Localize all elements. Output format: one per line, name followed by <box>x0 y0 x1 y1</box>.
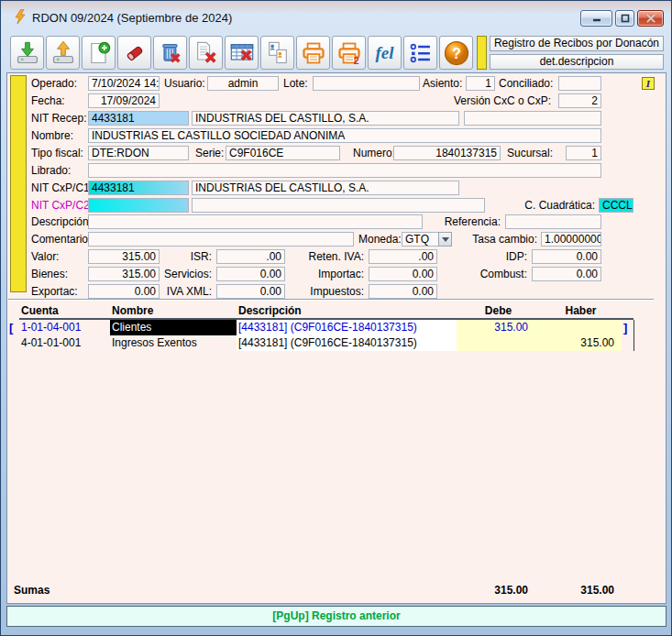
cell-descripcion-row0[interactable]: [4433181] (C9F016CE-1840137315) <box>237 320 457 335</box>
iva-xml-field[interactable]: 0.00 <box>216 284 285 299</box>
label-fecha: Fecha: <box>31 94 65 107</box>
cell-descripcion-row1[interactable]: [4433181] (C9F016CE-1840137315) <box>237 335 457 351</box>
fecha-field[interactable]: 17/09/2024 <box>88 93 160 108</box>
conciliado-field[interactable] <box>558 76 601 91</box>
help-button[interactable]: ? <box>439 36 473 70</box>
importac-field[interactable]: 0.00 <box>369 267 437 281</box>
label-idp: IDP: <box>457 250 527 263</box>
moneda-select[interactable]: GTQ <box>402 232 439 247</box>
new-document-icon <box>86 40 112 66</box>
descripcion-field[interactable] <box>88 214 423 229</box>
info-button[interactable]: I <box>642 77 655 90</box>
idp-field[interactable]: 0.00 <box>532 249 601 264</box>
restore-button[interactable] <box>615 10 634 27</box>
delete-record-button[interactable] <box>153 36 187 70</box>
label-nit-recep: NIT Recep: <box>31 112 86 125</box>
nit-recep-field[interactable]: 4433181 <box>88 111 189 126</box>
referencia-field[interactable] <box>505 214 601 229</box>
import-button[interactable] <box>10 36 44 70</box>
close-button[interactable] <box>637 10 664 27</box>
nit-recep-extra-field[interactable] <box>464 111 601 126</box>
header-cuenta: Cuenta <box>19 304 110 320</box>
cell-nombre-row0-selected[interactable]: Clientes <box>110 320 237 335</box>
comentario-field[interactable] <box>88 232 354 247</box>
lote-field[interactable] <box>313 76 420 91</box>
usuario-field[interactable]: admin <box>207 76 279 91</box>
reten-iva-field[interactable]: .00 <box>369 249 437 264</box>
tasa-cambio-field[interactable]: 1.00000000 <box>541 232 601 247</box>
serie-field[interactable]: C9F016CE <box>226 146 340 160</box>
minimize-button[interactable] <box>580 10 612 27</box>
cell-debe-row0[interactable]: 315.00 <box>457 320 540 335</box>
header-nombre: Nombre <box>110 304 237 320</box>
cell-haber-row1[interactable]: 315.00 <box>540 335 622 351</box>
export-disk-icon <box>50 40 76 66</box>
cell-cuenta-row0[interactable]: 1-01-04-001 <box>19 320 110 335</box>
label-tasa-cambio: Tasa cambio: <box>459 233 537 246</box>
nit-cxp-c1-nombre-field[interactable]: INDUSTRIAS DEL CASTILLO, S.A. <box>192 181 459 195</box>
cell-debe-row1[interactable] <box>457 335 540 351</box>
sumas-label: Sumas <box>14 584 50 598</box>
current-row-close-bracket: ] <box>623 321 627 336</box>
tipo-fiscal-field[interactable]: DTE:RDON <box>88 146 189 160</box>
svg-text:2: 2 <box>353 54 358 65</box>
nit-recep-nombre-field[interactable]: INDUSTRIAS DEL CASTILLO, S.A. <box>192 111 459 126</box>
isr-field[interactable]: .00 <box>216 249 285 264</box>
nombre-field[interactable]: INDUSTRIAS EL CASTILLO SOCIEDAD ANONIMA <box>88 128 601 143</box>
combust-field[interactable]: 0.00 <box>532 267 601 281</box>
label-importac: Importac: <box>292 268 364 280</box>
nit-cxp-c2-nombre-field[interactable] <box>192 198 485 213</box>
label-sucursal: Sucursal: <box>507 147 553 159</box>
label-conciliado: Conciliado: <box>499 77 553 90</box>
version-cxc-field[interactable]: 2 <box>558 93 601 108</box>
exportac-field[interactable]: 0.00 <box>88 284 160 299</box>
detail-list-button[interactable] <box>403 36 437 70</box>
sumas-haber: 315.00 <box>540 584 622 598</box>
operado-field[interactable]: 7/10/2024 14:55 <box>88 76 160 91</box>
label-librado: Librado: <box>31 164 71 177</box>
asiento-field[interactable]: 1 <box>466 76 495 91</box>
label-lote: Lote: <box>283 77 308 90</box>
copy-records-icon <box>265 40 291 66</box>
cell-nombre-row1[interactable]: Ingresos Exentos <box>110 335 237 351</box>
servicios-field[interactable]: 0.00 <box>216 267 285 281</box>
bullet-list-icon <box>408 40 434 66</box>
cuadratica-field[interactable]: CCCL <box>599 198 633 213</box>
cell-haber-row0[interactable] <box>540 320 622 335</box>
form-yellow-bar <box>10 75 27 292</box>
fel-button[interactable]: fel <box>368 36 402 70</box>
export-button[interactable] <box>46 36 80 70</box>
nit-cxp-c1-field[interactable]: 4433181 <box>88 181 189 195</box>
header-marker <box>622 304 633 320</box>
numero-field[interactable]: 1840137315 <box>393 146 501 160</box>
sucursal-field[interactable]: 1 <box>566 146 601 160</box>
title-bar[interactable]: RDON 09/2024 (Septiembre de 2024) <box>1 1 671 32</box>
print-button[interactable] <box>296 36 330 70</box>
impuestos-field[interactable]: 0.00 <box>369 284 437 299</box>
valor-field[interactable]: 315.00 <box>88 249 160 264</box>
toolbar-yellow-bar <box>477 36 487 70</box>
moneda-dropdown-button[interactable] <box>438 232 452 247</box>
label-tipo-fiscal: Tipo fiscal: <box>31 147 83 159</box>
librado-field[interactable] <box>88 163 601 178</box>
bienes-field[interactable]: 315.00 <box>88 267 160 281</box>
close-icon <box>645 14 656 24</box>
nit-cxp-c2-field[interactable] <box>88 198 189 213</box>
copy-records-button[interactable] <box>260 36 294 70</box>
erase-button[interactable] <box>117 36 151 70</box>
delete-grid-icon <box>229 40 255 66</box>
label-asiento: Asiento: <box>423 77 462 90</box>
label-referencia: Referencia: <box>444 215 501 228</box>
print-detail-button[interactable]: 2 <box>332 36 366 70</box>
label-valor: Valor: <box>31 250 59 263</box>
label-reten-iva: Reten. IVA: <box>292 250 364 263</box>
cell-cuenta-row1[interactable]: 4-01-01-001 <box>19 335 110 351</box>
form-table-separator <box>8 299 654 301</box>
new-record-button[interactable] <box>82 36 116 70</box>
window-title: RDON 09/2024 (Septiembre de 2024) <box>32 11 232 25</box>
restore-icon <box>620 13 631 24</box>
status-bar: [PgUp] Registro anterior <box>6 606 666 627</box>
delete-detail-button[interactable] <box>225 36 259 70</box>
void-document-button[interactable] <box>189 36 223 70</box>
detail-field-box[interactable]: det.descripcion <box>490 54 664 70</box>
